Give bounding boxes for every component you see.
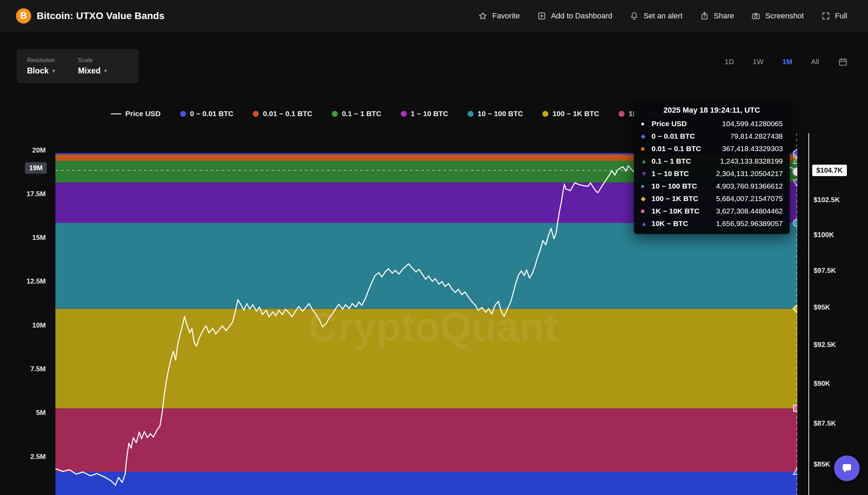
tooltip-series-label: 1 ~ 10 BTC <box>652 170 689 178</box>
diamond-marker-icon: ◆ <box>641 195 652 202</box>
range-1d-button[interactable]: 1D <box>725 58 734 66</box>
tooltip-series-value: 3,627,308.44804462 <box>716 207 783 215</box>
right-crosshair-badge: $104.7K <box>812 165 847 176</box>
fullscreen-icon <box>821 11 831 21</box>
tooltip-row-8: ▲10K ~ BTC1,656,952.96389057 <box>641 217 783 230</box>
tooltip-series-label: Price USD <box>652 120 687 128</box>
header-divider <box>812 11 813 21</box>
fullscreen-label: Full <box>835 11 847 20</box>
bell-icon <box>629 11 639 21</box>
tooltip-series-value: 367,418.43329303 <box>722 145 783 153</box>
app-root: B Bitcoin: UTXO Value Bands Favorite Add… <box>0 0 868 495</box>
tooltip-series-value: 79,814.2827438 <box>730 132 783 140</box>
set-alert-label: Set an alert <box>644 11 683 20</box>
square-marker-icon: ■ <box>641 208 652 215</box>
chat-button[interactable] <box>834 455 860 481</box>
tooltip-series-label: 0.01 ~ 0.1 BTC <box>652 145 701 153</box>
scale-label: Scale <box>78 57 107 64</box>
scale-dropdown[interactable]: Scale Mixed▾ <box>78 57 107 76</box>
star-icon <box>478 11 488 21</box>
price-edge-marker <box>793 168 797 175</box>
tooltip-series-value: 5,684,007.21547075 <box>716 194 783 203</box>
tooltip-timestamp: 2025 May 18 19:24:11, UTC <box>641 106 783 115</box>
legend-item-2[interactable]: 0.01 ~ 0.1 BTC <box>253 110 312 118</box>
right-axis-tick: $85K <box>814 460 830 468</box>
tooltip-row-0: ●Price USD104,599.41280065 <box>641 118 783 130</box>
band-1 <box>55 408 797 472</box>
screenshot-button[interactable]: Screenshot <box>744 8 811 24</box>
right-axis-tick: $87.5K <box>814 419 836 427</box>
triangle-down-marker-icon: ▼ <box>641 170 652 177</box>
triangle-up-marker-icon: ▲ <box>641 158 652 165</box>
legend-label: 10 ~ 100 BTC <box>478 110 523 118</box>
timeframe-selector: 1D 1W 1M All <box>725 52 848 71</box>
tooltip-series-label: 100 ~ 1K BTC <box>652 194 698 203</box>
tooltip-series-label: 0.1 ~ 1 BTC <box>652 157 691 165</box>
fullscreen-button[interactable]: Full <box>814 8 854 24</box>
tooltip-series-value: 2,304,131.20504217 <box>716 170 783 178</box>
favorite-label: Favorite <box>492 11 520 20</box>
tooltip-series-value: 4,903,760.91366612 <box>716 182 783 190</box>
edge-marker-10-100-btc <box>793 219 797 226</box>
left-axis-tick: 2.5M <box>0 453 46 461</box>
tooltip-row-2: ■0.01 ~ 0.1 BTC367,418.43329303 <box>641 142 783 155</box>
left-axis-tick: 17.5M <box>0 190 46 198</box>
left-axis-tick: 15M <box>0 234 46 242</box>
left-axis-tick: 5M <box>0 409 46 417</box>
legend-item-1[interactable]: 0 ~ 0.01 BTC <box>180 110 233 118</box>
right-axis-tick: $95K <box>814 303 830 311</box>
legend-label: 100 ~ 1K BTC <box>552 110 599 118</box>
legend-item-4[interactable]: 1 ~ 10 BTC <box>401 110 448 118</box>
chat-icon <box>841 462 853 475</box>
right-axis-tick: $97.5K <box>814 267 836 275</box>
triangle-up-marker-icon: ▲ <box>641 220 652 227</box>
app-header: B Bitcoin: UTXO Value Bands Favorite Add… <box>0 0 868 32</box>
edge-marker-1k-10k-btc <box>794 405 797 411</box>
circle-marker-icon: ● <box>641 120 652 128</box>
chart-legend: Price USD0 ~ 0.01 BTC0.01 ~ 0.1 BTC0.1 ~… <box>111 108 676 119</box>
add-to-dashboard-button[interactable]: Add to Dashboard <box>530 8 619 24</box>
tooltip-series-label: 10K ~ BTC <box>652 219 688 228</box>
tooltip-row-1: ◆0 ~ 0.01 BTC79,814.2827438 <box>641 130 783 142</box>
tooltip-series-label: 1K ~ 10K BTC <box>652 207 699 215</box>
left-axis-tick: 10M <box>0 321 46 329</box>
add-to-dashboard-label: Add to Dashboard <box>551 11 612 20</box>
series-dot-icon <box>468 111 473 117</box>
calendar-icon <box>838 57 848 67</box>
resolution-dropdown[interactable]: Resolution Block▾ <box>27 57 55 76</box>
price-axis-border <box>808 133 809 495</box>
legend-item-3[interactable]: 0.1 ~ 1 BTC <box>332 110 381 118</box>
set-alert-button[interactable]: Set an alert <box>622 8 690 24</box>
header-divider <box>742 11 743 21</box>
favorite-button[interactable]: Favorite <box>471 8 526 24</box>
range-1m-button[interactable]: 1M <box>782 58 792 66</box>
header-divider <box>528 11 529 21</box>
range-1w-button[interactable]: 1W <box>753 58 764 66</box>
camera-icon <box>751 11 761 21</box>
left-axis-tick: 7.5M <box>0 365 46 373</box>
tooltip-row-5: ●10 ~ 100 BTC4,903,760.91366612 <box>641 180 783 192</box>
chart-tooltip: 2025 May 18 19:24:11, UTC ●Price USD104,… <box>634 101 790 234</box>
band-0 <box>55 472 797 495</box>
chevron-down-icon: ▾ <box>52 67 55 75</box>
series-dot-icon <box>401 111 407 117</box>
page-title: Bitcoin: UTXO Value Bands <box>37 10 165 21</box>
calendar-button[interactable] <box>838 57 848 67</box>
legend-item-0[interactable]: Price USD <box>111 110 161 118</box>
legend-label: 0 ~ 0.01 BTC <box>190 110 233 118</box>
tooltip-row-6: ◆100 ~ 1K BTC5,684,007.21547075 <box>641 192 783 205</box>
right-axis-tick: $100K <box>814 231 834 239</box>
tooltip-series-value: 1,243,133.8328199 <box>720 157 783 165</box>
tooltip-row-4: ▼1 ~ 10 BTC2,304,131.20504217 <box>641 167 783 180</box>
range-all-button[interactable]: All <box>811 58 819 66</box>
left-axis-tick: 20M <box>0 146 46 154</box>
header-divider <box>691 11 691 21</box>
circle-marker-icon: ● <box>641 183 652 190</box>
legend-item-6[interactable]: 100 ~ 1K BTC <box>542 110 599 118</box>
right-axis-tick: $92.5K <box>814 341 836 349</box>
resolution-scale-panel: Resolution Block▾ Scale Mixed▾ <box>17 49 139 83</box>
tooltip-rows: ●Price USD104,599.41280065◆0 ~ 0.01 BTC7… <box>641 118 783 230</box>
resolution-value: Block <box>27 66 49 76</box>
share-button[interactable]: Share <box>693 8 741 24</box>
legend-item-5[interactable]: 10 ~ 100 BTC <box>468 110 523 118</box>
